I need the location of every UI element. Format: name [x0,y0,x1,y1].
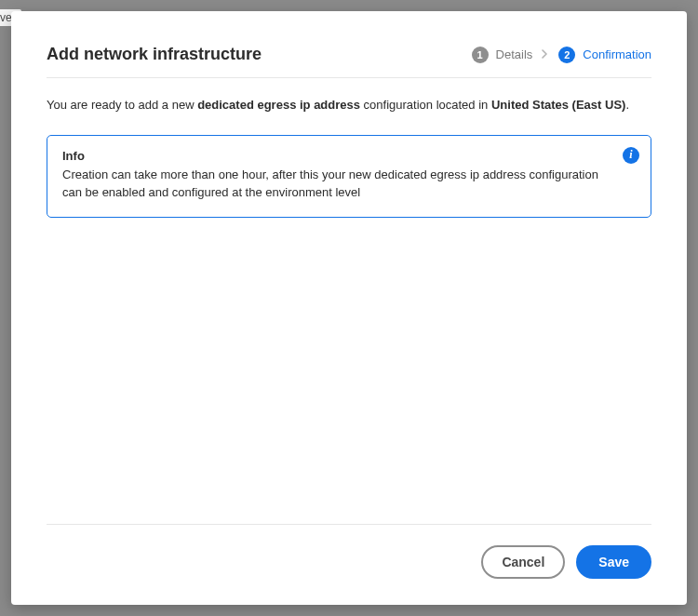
modal-body-spacer [47,218,651,524]
step-number-badge: 2 [558,47,575,63]
intro-middle: configuration located in [360,98,491,112]
step-confirmation[interactable]: 2 Confirmation [558,47,651,63]
intro-text: You are ready to add a new dedicated egr… [47,97,651,114]
step-number-badge: 1 [472,47,489,63]
modal-title: Add network infrastructure [47,45,262,64]
info-title: Info [62,149,608,163]
info-body: Creation can take more than one hour, af… [62,167,608,202]
modal-footer: Cancel Save [47,524,651,579]
intro-region: United States (East US) [491,98,625,112]
intro-config-type: dedicated egress ip address [197,98,360,112]
modal-header: Add network infrastructure 1 Details 2 C… [47,45,651,78]
modal-dialog: Add network infrastructure 1 Details 2 C… [11,11,687,605]
info-icon: i [623,147,639,164]
info-box: Info Creation can take more than one hou… [47,135,651,218]
step-label: Details [496,47,533,61]
step-details[interactable]: 1 Details [472,47,533,63]
intro-suffix: . [625,98,629,112]
chevron-right-icon [542,48,549,61]
intro-prefix: You are ready to add a new [47,98,197,112]
wizard-steps: 1 Details 2 Confirmation [472,47,651,63]
step-label: Confirmation [583,47,651,61]
cancel-button[interactable]: Cancel [481,545,565,579]
save-button[interactable]: Save [576,545,651,579]
